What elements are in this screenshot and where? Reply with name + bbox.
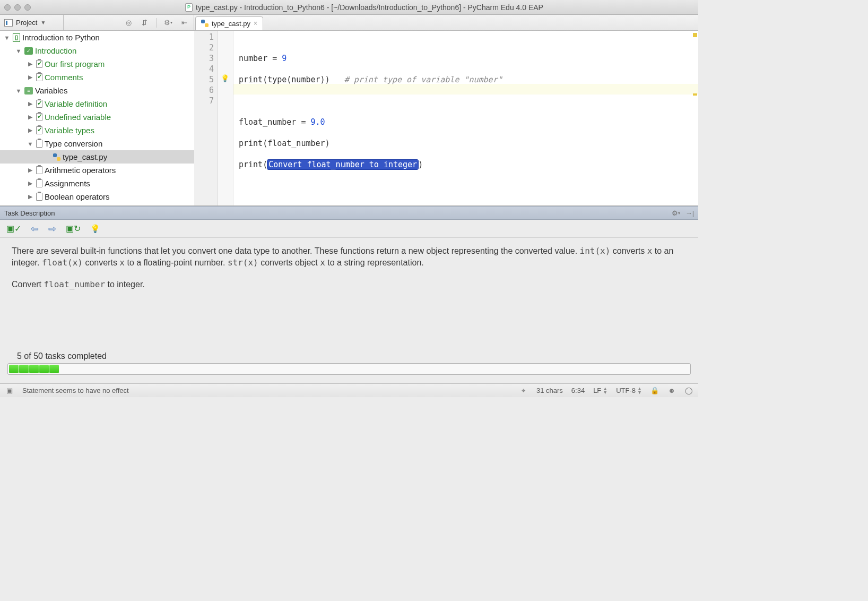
main-area: ▼ ▯ Introduction to Python ▼ ✓ Introduct… [0, 31, 698, 206]
project-selector[interactable]: Project ▼ [0, 15, 64, 30]
tree-task-variable-definition[interactable]: ▶ Variable definition [0, 97, 194, 110]
tree-file-type-cast[interactable]: type_cast.py [0, 150, 194, 164]
inspector-icon[interactable]: ☻ [667, 387, 676, 395]
python-icon [53, 153, 60, 161]
status-message: Statement seems to have no effect [22, 387, 129, 394]
collapse-icon[interactable]: ⇵ [140, 19, 149, 27]
window-minimize-icon[interactable] [14, 4, 21, 11]
window-title: type_cast.py - Introduction_to_Python6 -… [34, 3, 694, 12]
file-tab-label: type_cast.py [212, 20, 250, 28]
tree-task-variable-types[interactable]: ▶ Variable types [0, 124, 194, 137]
chevron-down-icon: ▼ [40, 20, 46, 25]
project-icon [4, 19, 13, 27]
lock-icon[interactable]: 🔒 [650, 387, 659, 395]
caret-position: 6:34 [571, 387, 585, 394]
tree-lesson-introduction[interactable]: ▼ ✓ Introduction [0, 44, 194, 57]
disclosure-closed-icon[interactable]: ▶ [27, 127, 34, 134]
progress-label: 5 of 50 tasks completed [7, 351, 691, 361]
lesson-icon: ✓ [24, 47, 33, 55]
hide-icon[interactable]: ⇤ [180, 19, 188, 27]
line-separator[interactable]: LF▲▼ [593, 387, 607, 394]
close-icon[interactable]: × [254, 20, 257, 27]
progress-segment [49, 365, 59, 373]
tree-task-undefined-variable[interactable]: ▶ Undefined variable [0, 110, 194, 124]
disclosure-closed-icon[interactable]: ▶ [27, 114, 34, 121]
progress-segment [19, 365, 29, 373]
task-done-icon [36, 113, 42, 121]
task-done-icon [36, 100, 42, 108]
disclosure-closed-icon[interactable]: ▶ [27, 74, 34, 81]
project-tree[interactable]: ▼ ▯ Introduction to Python ▼ ✓ Introduct… [0, 31, 194, 205]
gutter: ▶ 1 2 3 4 5 6 7 [194, 31, 218, 205]
task-done-icon [36, 126, 42, 134]
tree-task-arithmetic-operators[interactable]: ▶ Arithmetic operators [0, 164, 194, 177]
task-header-label: Task Description [4, 209, 55, 217]
gutter-annotations: 💡 [218, 31, 233, 205]
status-bar: ▣ Statement seems to have no effect ⌖ 31… [0, 383, 698, 397]
selection-chars: 31 chars [536, 387, 563, 394]
disclosure-closed-icon[interactable]: ▶ [27, 193, 34, 200]
project-label: Project [16, 19, 37, 27]
titlebar: type_cast.py - Introduction_to_Python6 -… [0, 0, 698, 15]
tree-task-our-first-program[interactable]: ▶ Our first program [0, 57, 194, 71]
editor-tabs: type_cast.py × [194, 15, 263, 30]
prev-task-icon[interactable]: ⇦ [31, 223, 39, 235]
file-tab-type-cast[interactable]: type_cast.py × [195, 16, 263, 30]
sync-icon[interactable]: ⌖ [519, 387, 528, 395]
window-close-icon[interactable] [4, 4, 11, 11]
disclosure-open-icon[interactable]: ▼ [27, 141, 34, 147]
target-icon[interactable]: ◎ [124, 19, 133, 27]
task-icon [36, 166, 42, 174]
file-icon [185, 3, 193, 12]
warning-stripe-marker[interactable] [693, 93, 697, 96]
disclosure-closed-icon[interactable]: ▶ [27, 180, 34, 187]
tree-task-boolean-operators[interactable]: ▶ Boolean operators [0, 190, 194, 203]
toolbar: Project ▼ ◎ ⇵ ⚙▾ ⇤ type_cast.py × [0, 15, 698, 31]
task-icon [36, 193, 42, 201]
task-icon [36, 179, 42, 187]
tree-lesson-variables[interactable]: ▼ ≡ Variables [0, 84, 194, 97]
progress-section: 5 of 50 tasks completed [0, 346, 698, 383]
course-icon: ▯ [13, 33, 20, 42]
lesson-icon: ≡ [24, 87, 33, 95]
disclosure-closed-icon[interactable]: ▶ [27, 167, 34, 174]
next-task-icon[interactable]: ⇨ [48, 223, 56, 235]
project-toolbar-icons: ◎ ⇵ ⚙▾ ⇤ [64, 15, 194, 30]
feedback-icon[interactable]: ◯ [684, 387, 693, 395]
check-task-icon[interactable]: ▣✓ [6, 224, 21, 234]
gear-icon[interactable]: ⚙▾ [164, 19, 172, 27]
task-done-icon [36, 60, 42, 68]
file-encoding[interactable]: UTF-8▲▼ [616, 387, 642, 394]
progress-bar [7, 363, 691, 375]
tree-root[interactable]: ▼ ▯ Introduction to Python [0, 31, 194, 44]
task-icon [36, 140, 42, 148]
code-area[interactable]: number = 9 print(type(number)) # print t… [233, 31, 698, 205]
code-editor[interactable]: ▶ 1 2 3 4 5 6 7 💡 number = 9 print(type(… [194, 31, 698, 205]
error-stripe-marker[interactable] [693, 33, 697, 37]
reset-task-icon[interactable]: ▣↻ [66, 224, 81, 234]
tree-task-assignments[interactable]: ▶ Assignments [0, 177, 194, 190]
disclosure-closed-icon[interactable]: ▶ [27, 100, 34, 107]
progress-segment [9, 365, 19, 373]
window-zoom-icon[interactable] [24, 4, 31, 11]
disclosure-open-icon[interactable]: ▼ [15, 88, 22, 94]
answer-placeholder[interactable]: Convert float_number to integer [267, 160, 418, 169]
disclosure-open-icon[interactable]: ▼ [3, 35, 11, 41]
tool-windows-icon[interactable]: ▣ [5, 387, 14, 395]
disclosure-open-icon[interactable]: ▼ [15, 48, 22, 54]
progress-segment [39, 365, 49, 373]
hint-bulb-icon[interactable]: 💡 [90, 224, 100, 234]
tree-task-type-conversion[interactable]: ▼ Type conversion [0, 137, 194, 150]
python-icon [201, 20, 209, 27]
tree-task-comments[interactable]: ▶ Comments [0, 71, 194, 84]
task-done-icon [36, 73, 42, 81]
disclosure-closed-icon[interactable]: ▶ [27, 61, 34, 67]
task-body: There are several built-in functions tha… [0, 238, 698, 346]
progress-segment [29, 365, 39, 373]
intention-bulb-icon[interactable]: 💡 [221, 74, 229, 82]
